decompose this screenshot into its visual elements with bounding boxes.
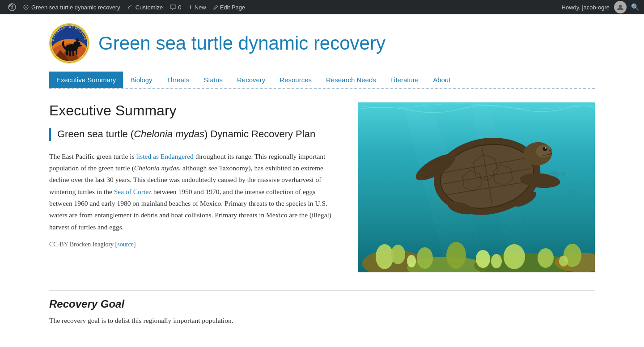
edit-page-label: Edit Page: [220, 4, 245, 11]
svg-point-34: [538, 248, 554, 268]
svg-point-33: [504, 244, 525, 269]
sea-of-cortez-link[interactable]: Sea of Cortez: [114, 188, 152, 195]
recovery-heading: Recovery Goal: [49, 298, 595, 310]
site-nav: Executive Summary Biology Threats Status…: [49, 72, 644, 88]
nav-link-research-needs[interactable]: Research Needs: [319, 72, 383, 88]
nav-link-literature[interactable]: Literature: [383, 72, 426, 88]
site-name-label: Green sea turtle dynamic recovery: [31, 4, 120, 11]
new-content-button[interactable]: + New: [185, 0, 209, 14]
svg-point-2: [619, 5, 622, 8]
nav-item-recovery[interactable]: Recovery: [230, 72, 272, 88]
new-label: New: [195, 4, 206, 11]
site-title: Green sea turtle dynamic recovery: [98, 33, 386, 54]
svg-point-29: [391, 245, 405, 264]
svg-point-30: [417, 247, 433, 269]
turtle-image: [358, 102, 595, 272]
content-wrapper: Executive Summary Green sea turtle (Chel…: [0, 89, 644, 290]
body-paragraph: The East Pacific green turtle is listed …: [49, 151, 340, 233]
subtitle-italic: Chelonia mydas: [134, 128, 204, 140]
main-wrapper: DEFENDERS OF WILDLIFE Green sea turtle d…: [0, 14, 644, 340]
svg-point-58: [549, 171, 560, 177]
svg-point-31: [446, 242, 466, 269]
svg-rect-17: [72, 50, 74, 56]
comments-button[interactable]: 0: [166, 0, 185, 14]
nav-link-executive-summary[interactable]: Executive Summary: [49, 72, 123, 88]
comments-count: 0: [178, 4, 181, 11]
svg-point-38: [559, 256, 568, 267]
svg-point-60: [568, 190, 576, 194]
edit-page-button[interactable]: Edit Page: [210, 0, 249, 14]
section-divider: [49, 290, 595, 291]
svg-point-37: [491, 254, 502, 268]
nav-item-threats[interactable]: Threats: [160, 72, 197, 88]
svg-rect-18: [76, 49, 77, 55]
svg-point-12: [73, 41, 80, 47]
svg-point-32: [476, 250, 490, 268]
nav-item-status[interactable]: Status: [196, 72, 230, 88]
recovery-section: Recovery Goal The recovery goal is to de…: [0, 290, 644, 340]
endangered-link[interactable]: listed as Endangered: [136, 152, 194, 160]
svg-rect-15: [66, 50, 68, 55]
page-heading: Executive Summary: [49, 102, 340, 119]
source-link[interactable]: source: [117, 241, 134, 248]
user-greeting: Howdy, jacob-ogre: [562, 4, 610, 11]
admin-bar: Green sea turtle dynamic recovery Custom…: [0, 0, 644, 14]
nav-link-resources[interactable]: Resources: [272, 72, 319, 88]
search-icon[interactable]: 🔍: [631, 3, 640, 11]
plus-icon: +: [188, 3, 192, 11]
nav-link-threats[interactable]: Threats: [160, 72, 197, 88]
svg-point-28: [376, 244, 394, 269]
customize-label: Customize: [136, 4, 163, 11]
site-header: DEFENDERS OF WILDLIFE Green sea turtle d…: [0, 14, 644, 63]
svg-point-36: [407, 255, 416, 267]
wp-logo-button[interactable]: [4, 0, 20, 14]
nav-link-biology[interactable]: Biology: [123, 72, 159, 88]
content-left: Executive Summary Green sea turtle (Chel…: [49, 102, 340, 272]
nav-link-about[interactable]: About: [426, 72, 458, 88]
nav-item-about[interactable]: About: [426, 72, 458, 88]
nav-item-executive-summary[interactable]: Executive Summary: [49, 72, 123, 88]
nav-link-recovery[interactable]: Recovery: [230, 72, 272, 88]
image-credit: CC-BY Brocken Inaglory [source]: [49, 241, 340, 248]
subtitle-suffix: ) Dynamic Recovery Plan: [204, 128, 315, 140]
content-right: [358, 102, 595, 272]
site-name-button[interactable]: Green sea turtle dynamic recovery: [20, 0, 124, 14]
recovery-text: The recovery goal is to delist this regi…: [49, 315, 595, 326]
nav-item-resources[interactable]: Resources: [272, 72, 319, 88]
site-logo: DEFENDERS OF WILDLIFE: [49, 23, 89, 63]
nav-item-biology[interactable]: Biology: [123, 72, 159, 88]
section-subtitle: Green sea turtle (Chelonia mydas) Dynami…: [49, 128, 340, 141]
admin-bar-right: Howdy, jacob-ogre 🔍: [562, 1, 640, 13]
customize-button[interactable]: Customize: [124, 0, 166, 14]
nav-list: Executive Summary Biology Threats Status…: [49, 72, 644, 88]
subtitle-prefix: Green sea turtle (: [57, 128, 134, 140]
nav-item-literature[interactable]: Literature: [383, 72, 426, 88]
nav-link-status[interactable]: Status: [196, 72, 230, 88]
nav-item-research-needs[interactable]: Research Needs: [319, 72, 383, 88]
svg-rect-16: [69, 50, 71, 56]
